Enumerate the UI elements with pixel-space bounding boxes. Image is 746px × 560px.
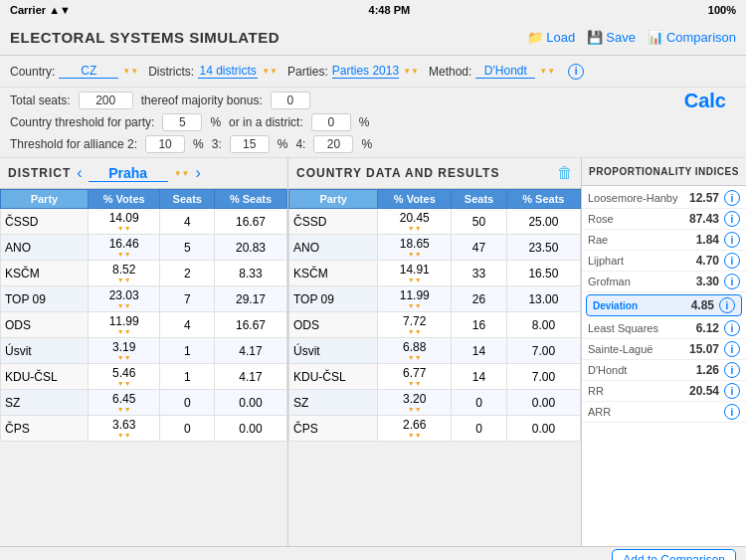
prop-info-icon[interactable]: i [724, 253, 740, 269]
district-table-row: KSČM 8.52 ▼▼ 2 8.33 [1, 261, 287, 286]
country-col-votes: % Votes [378, 190, 452, 209]
controls-row: Country: CZ ▼▼ Districts: 14 districts ▼… [0, 56, 746, 88]
prop-info-icon[interactable]: i [724, 232, 740, 248]
party-cell: ODS [289, 312, 378, 338]
pct-seats-cell: 4.17 [215, 364, 287, 390]
party-cell: ANO [1, 235, 89, 261]
method-info-icon[interactable]: i [568, 64, 584, 80]
proportionality-header: PROPORTIONALITY INDICES [582, 158, 746, 186]
votes-cell[interactable]: 23.03 ▼▼ [88, 286, 160, 312]
prop-item: Loosemore-Hanby 12.57 i [582, 188, 746, 209]
seats-cell: 33 [452, 261, 507, 286]
district-dropdown-arrow: ▼▼ [174, 169, 190, 178]
votes-cell[interactable]: 5.46 ▼▼ [88, 364, 160, 390]
country-panel: COUNTRY DATA AND RESULTS 🗑 Party % Votes… [288, 158, 582, 546]
votes-cell[interactable]: 20.45 ▼▼ [378, 209, 452, 235]
prop-item: D'Hondt 1.26 i [582, 360, 746, 381]
votes-cell[interactable]: 3.63 ▼▼ [88, 416, 160, 442]
load-button[interactable]: 📁 Load [527, 30, 575, 45]
pct-seats-cell: 7.00 [506, 338, 580, 364]
pct-seats-cell: 4.17 [215, 338, 287, 364]
country-table-row: KDU-ČSL 6.77 ▼▼ 14 7.00 [289, 364, 581, 390]
method-selector[interactable]: D'Hondt [475, 64, 535, 79]
votes-cell[interactable]: 14.09 ▼▼ [88, 209, 160, 235]
prop-info-icon[interactable]: i [719, 297, 735, 313]
country-table-row: ČPS 2.66 ▼▼ 0 0.00 [289, 416, 581, 442]
district-name[interactable]: Praha [89, 165, 168, 182]
party-cell: ČPS [289, 416, 378, 442]
pct-seats-cell: 0.00 [506, 416, 580, 442]
parties-selector[interactable]: Parties 2013 [332, 64, 399, 79]
seats-cell: 1 [160, 364, 215, 390]
deviation-value: 4.85 [691, 298, 714, 312]
total-seats-input[interactable] [79, 92, 133, 109]
seats-cell: 0 [452, 390, 507, 416]
prop-item: Grofman 3.30 i [582, 272, 746, 292]
prop-value: 1.26 [696, 363, 719, 377]
majority-bonus-input[interactable] [271, 92, 310, 109]
party-cell: TOP 09 [1, 286, 89, 312]
prop-info-icon[interactable]: i [724, 383, 740, 399]
threshold-input[interactable] [162, 113, 202, 131]
carrier-signal: Carrier ▲▼ [10, 4, 71, 16]
prop-info-icon[interactable]: i [724, 341, 740, 357]
pct-seats-cell: 16.67 [215, 312, 287, 338]
app-title: ELECTORAL SYSTEMS SIMULATED [10, 29, 527, 46]
votes-cell[interactable]: 6.88 ▼▼ [378, 338, 452, 364]
districts-selector[interactable]: 14 districts [198, 64, 258, 79]
party-cell: ANO [289, 235, 378, 261]
seats-cell: 16 [452, 312, 507, 338]
save-icon: 💾 [587, 30, 603, 45]
votes-cell[interactable]: 14.91 ▼▼ [378, 261, 452, 286]
votes-cell[interactable]: 2.66 ▼▼ [378, 416, 452, 442]
districts-arrow: ▼▼ [262, 67, 278, 76]
seats-cell: 0 [160, 390, 215, 416]
party-cell: ODS [1, 312, 89, 338]
prop-info-icon[interactable]: i [724, 190, 740, 206]
seats-cell: 5 [160, 235, 215, 261]
party-cell: ČSSD [1, 209, 89, 235]
main-content: DISTRICT ‹ Praha ▼▼ › Party % Votes Seat… [0, 158, 746, 546]
prop-item: Rose 87.43 i [582, 209, 746, 230]
comparison-button[interactable]: 📊 Comparison [648, 30, 736, 45]
calc-button[interactable]: Calc [684, 90, 726, 112]
threshold4-input[interactable] [313, 135, 353, 153]
district-table: Party % Votes Seats % Seats ČSSD 14.09 ▼… [0, 189, 287, 546]
votes-cell[interactable]: 3.19 ▼▼ [88, 338, 160, 364]
country-selector[interactable]: CZ [59, 64, 118, 79]
header-buttons: 📁 Load 💾 Save 📊 Comparison [527, 30, 736, 45]
prop-value: 1.84 [696, 233, 719, 247]
prop-info-icon[interactable]: i [724, 274, 740, 289]
save-button[interactable]: 💾 Save [587, 30, 636, 45]
add-comparison-button[interactable]: Add to Comparison [612, 549, 736, 560]
votes-cell[interactable]: 8.52 ▼▼ [88, 261, 160, 286]
district-table-row: KDU-ČSL 5.46 ▼▼ 1 4.17 [1, 364, 287, 390]
district-prev-button[interactable]: ‹ [77, 164, 82, 182]
prop-name: Grofman [588, 276, 631, 287]
folder-icon: 📁 [527, 30, 543, 45]
party-cell: KSČM [1, 261, 89, 286]
trash-icon[interactable]: 🗑 [557, 164, 573, 182]
district-next-button[interactable]: › [196, 164, 201, 182]
votes-cell[interactable]: 11.99 ▼▼ [88, 312, 160, 338]
prop-info-icon[interactable]: i [724, 404, 740, 420]
votes-cell[interactable]: 18.65 ▼▼ [378, 235, 452, 261]
pct-seats-cell: 16.67 [215, 209, 287, 235]
seats-cell: 26 [452, 286, 507, 312]
prop-info-icon[interactable]: i [724, 320, 740, 336]
district-threshold-input[interactable] [311, 113, 351, 131]
votes-cell[interactable]: 16.46 ▼▼ [88, 235, 160, 261]
prop-info-icon[interactable]: i [724, 211, 740, 227]
votes-cell[interactable]: 6.45 ▼▼ [88, 390, 160, 416]
district-table-row: Úsvit 3.19 ▼▼ 1 4.17 [1, 338, 287, 364]
votes-cell[interactable]: 7.72 ▼▼ [378, 312, 452, 338]
prop-name: Lijphart [588, 255, 624, 267]
pct-seats-cell: 29.17 [215, 286, 287, 312]
parties-arrow: ▼▼ [403, 67, 419, 76]
votes-cell[interactable]: 3.20 ▼▼ [378, 390, 452, 416]
threshold2-input[interactable] [145, 135, 185, 153]
votes-cell[interactable]: 6.77 ▼▼ [378, 364, 452, 390]
prop-info-icon[interactable]: i [724, 362, 740, 378]
threshold3-input[interactable] [230, 135, 270, 153]
votes-cell[interactable]: 11.99 ▼▼ [378, 286, 452, 312]
